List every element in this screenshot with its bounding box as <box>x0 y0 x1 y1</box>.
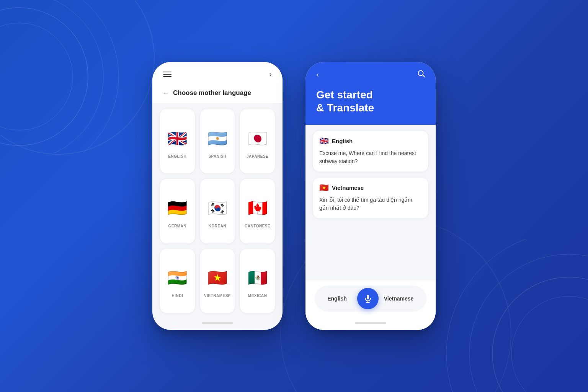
phone2-footer: English Vietnamese <box>305 279 436 319</box>
lang-card-mexican[interactable]: 🇲🇽 MEXICAN <box>240 249 275 313</box>
language-selector-title: ← Choose mother language <box>152 82 283 103</box>
phone1-header: › <box>152 62 283 82</box>
flag-vietnamese: 🇻🇳 <box>206 266 229 290</box>
lang-card-english[interactable]: 🇬🇧 ENGLISH <box>160 109 195 173</box>
svg-point-5 <box>469 254 588 392</box>
lang-label-cantonese: CANTONESE <box>245 224 270 228</box>
home-indicator-bar <box>152 319 283 330</box>
source-language-card: 🇬🇧 English Excuse me, Where can I find t… <box>313 131 428 172</box>
back-icon[interactable]: ‹ <box>316 70 319 79</box>
lang-label-spanish: SPANISH <box>208 154 226 158</box>
flag-german: 🇩🇪 <box>165 196 189 220</box>
lang-label-english: ENGLISH <box>168 154 186 158</box>
chevron-right-icon[interactable]: › <box>269 70 272 78</box>
microphone-button[interactable] <box>357 288 379 309</box>
phone-language-selector: › ← Choose mother language 🇬🇧 ENGLISH 🇦🇷… <box>152 62 283 330</box>
flag-english: 🇬🇧 <box>165 127 189 150</box>
flag-korean: 🇰🇷 <box>206 196 229 220</box>
lang-card-korean[interactable]: 🇰🇷 KOREAN <box>200 179 235 243</box>
flag-japanese: 🇯🇵 <box>246 127 270 150</box>
target-flag: 🇻🇳 <box>319 184 329 191</box>
svg-point-6 <box>446 239 588 392</box>
svg-point-1 <box>0 0 103 153</box>
target-language-card: 🇻🇳 Vietnamese Xin lỗi, tôi có thể tìm ga… <box>313 178 428 218</box>
phone2-header: ‹ Get started & Translate <box>305 62 436 125</box>
lang-label-korean: KOREAN <box>209 224 226 228</box>
mic-row: English Vietnamese <box>315 286 426 312</box>
lang-card-hindi[interactable]: 🇮🇳 HINDI <box>160 249 195 313</box>
target-lang-label[interactable]: Vietnamese <box>379 296 419 302</box>
svg-rect-10 <box>367 295 369 299</box>
flag-hindi: 🇮🇳 <box>165 266 189 290</box>
lang-label-german: GERMAN <box>168 224 186 228</box>
menu-icon[interactable] <box>163 72 172 77</box>
phones-container: › ← Choose mother language 🇬🇧 ENGLISH 🇦🇷… <box>152 62 436 330</box>
flag-mexican: 🇲🇽 <box>246 266 270 290</box>
flag-spanish: 🇦🇷 <box>206 127 229 150</box>
svg-point-3 <box>0 23 73 130</box>
phone2-nav: ‹ <box>316 70 425 79</box>
flag-cantonese: 🇨🇦 <box>246 196 270 220</box>
svg-point-7 <box>511 296 588 392</box>
mic-icon <box>363 294 372 303</box>
lang-card-cantonese[interactable]: 🇨🇦 CANTONESE <box>240 179 275 243</box>
source-lang-label[interactable]: English <box>317 296 357 302</box>
target-language-name: Vietnamese <box>332 185 364 191</box>
search-icon[interactable] <box>417 70 425 79</box>
lang-card-japanese[interactable]: 🇯🇵 JAPANESE <box>240 109 275 173</box>
translate-title: Get started & Translate <box>316 88 425 114</box>
lang-label-japanese: JAPANESE <box>247 154 268 158</box>
target-text: Xin lỗi, tôi có thể tìm ga tàu điện ngầm… <box>319 196 422 212</box>
phone2-body: 🇬🇧 English Excuse me, Where can I find t… <box>305 125 436 279</box>
lang-label-mexican: MEXICAN <box>248 294 267 298</box>
svg-point-2 <box>0 0 119 153</box>
home-indicator-bar-2 <box>305 319 436 330</box>
lang-label-vietnamese: VIETNAMESE <box>204 294 231 298</box>
lang-card-vietnamese[interactable]: 🇻🇳 VIETNAMESE <box>200 249 235 313</box>
source-flag: 🇬🇧 <box>319 137 329 145</box>
source-language-name: English <box>332 138 353 144</box>
lang-card-german[interactable]: 🇩🇪 GERMAN <box>160 179 195 243</box>
arrow-left-icon: ← <box>163 90 169 96</box>
svg-point-0 <box>0 8 88 145</box>
language-grid: 🇬🇧 ENGLISH 🇦🇷 SPANISH 🇯🇵 JAPANESE 🇩🇪 GER… <box>152 103 283 319</box>
svg-point-4 <box>492 277 588 392</box>
lang-card-spanish[interactable]: 🇦🇷 SPANISH <box>200 109 235 173</box>
source-text: Excuse me, Where can I find the nearest … <box>319 149 422 165</box>
lang-label-hindi: HINDI <box>172 294 183 298</box>
svg-line-9 <box>423 75 425 77</box>
source-card-header: 🇬🇧 English <box>319 137 422 145</box>
target-card-header: 🇻🇳 Vietnamese <box>319 184 422 191</box>
phone-translator: ‹ Get started & Translate 🇬🇧 English <box>305 62 436 330</box>
